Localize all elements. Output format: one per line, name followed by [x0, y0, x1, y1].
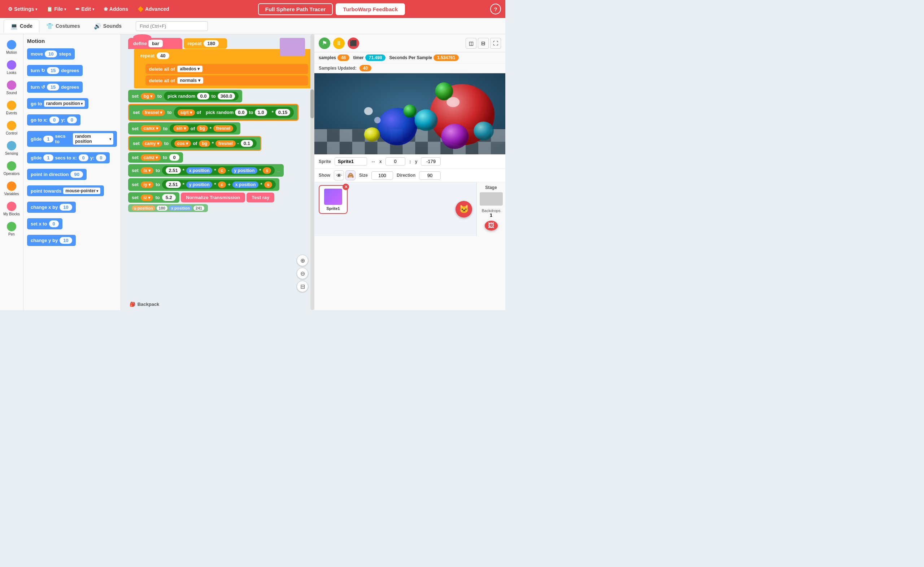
block-change-y[interactable]: change y by 10 [27, 235, 76, 246]
block-glide-xy-secs[interactable]: 1 [43, 154, 53, 161]
delete-albedos-block[interactable]: delete all of albedos ▾ [146, 64, 308, 74]
script-area[interactable]: define bar repeat 180 repeat 40 [121, 34, 314, 310]
tab-code[interactable]: 💻 Code [4, 20, 39, 33]
block-set-x[interactable]: set x to 0 [27, 218, 62, 230]
camy-dropdown[interactable]: camy ▾ [142, 140, 162, 147]
block-goto-y-value[interactable]: 0 [67, 117, 77, 123]
green-flag-button[interactable]: ⚑ [319, 38, 330, 49]
feedback-button[interactable]: TurboWarp Feedback [336, 3, 405, 15]
block-goto-dropdown[interactable]: random position [44, 100, 85, 107]
settings-button[interactable]: ⚙ Settings ▾ [5, 4, 41, 14]
set-fresnel-block[interactable]: set fresnel ▾ to sqrt ▾ of pick random 0… [128, 104, 299, 121]
sprite-delete-button[interactable]: ✕ [343, 184, 349, 190]
layout-full-button[interactable]: ⛶ [490, 38, 501, 49]
block-change-x-value[interactable]: 10 [60, 204, 72, 211]
layout-split-button[interactable]: ⊟ [478, 38, 489, 49]
block-change-x[interactable]: change x by 10 [27, 202, 76, 213]
define-hat-block[interactable]: define bar [128, 38, 182, 49]
albedos-dropdown[interactable]: albedos ▾ [177, 66, 203, 72]
set-camz-block[interactable]: set camz ▾ to 0 [128, 152, 183, 163]
zoom-out-button[interactable]: ⊖ [297, 268, 308, 279]
set-bg-block[interactable]: set bg ▾ to pick random 0.0 to 360.0 [128, 90, 242, 102]
scrollbar-thumb[interactable] [310, 90, 314, 118]
category-sensing[interactable]: Sensing [1, 139, 22, 158]
block-glide-secs-value[interactable]: 1 [43, 136, 53, 142]
category-operators[interactable]: Operators [1, 159, 22, 178]
block-point-towards-dropdown[interactable]: mouse-pointer [63, 188, 100, 194]
sprite-size-input[interactable] [371, 171, 393, 180]
block-point-dir-value[interactable]: 90 [71, 171, 83, 178]
block-goto-x-value[interactable]: 0 [50, 117, 59, 123]
project-title-button[interactable]: Full Sphere Path Tracer [258, 3, 333, 15]
block-turn-ccw-value[interactable]: 15 [47, 84, 59, 90]
block-glide-random[interactable]: glide 1 secs to random position [27, 131, 117, 147]
block-goto-xy[interactable]: go to x: 0 y: 0 [27, 114, 81, 126]
add-backdrop-button[interactable]: 🖼 [485, 221, 498, 231]
set-iy-block[interactable]: set iy ▾ to 2.51 * y position * c + x po… [128, 178, 279, 191]
zoom-fit-button[interactable]: ⊟ [297, 280, 308, 292]
sqrt-dropdown[interactable]: sqrt ▾ [177, 109, 195, 116]
help-button[interactable]: ? [490, 4, 501, 14]
find-input[interactable] [136, 21, 208, 31]
category-control[interactable]: Control [1, 118, 22, 137]
bg-dropdown[interactable]: bg ▾ [141, 93, 155, 99]
show-hidden-button[interactable]: 🙈 [346, 170, 356, 180]
normals-dropdown[interactable]: normals ▾ [177, 77, 203, 84]
repeat-180-block[interactable]: repeat 180 [184, 38, 227, 49]
repeat-40-block[interactable]: repeat 40 [137, 51, 173, 61]
block-move[interactable]: move 10 steps [27, 48, 75, 60]
zoom-in-button[interactable]: ⊕ [297, 255, 308, 266]
normalize-transmission-block[interactable]: Normalize Transmission [181, 193, 245, 202]
set-camy-block[interactable]: set camy ▾ to cos ▾ of bg * fresnel - 0.… [128, 136, 261, 151]
block-glide-xy[interactable]: glide 1 secs to x: 0 y: 0 [27, 152, 110, 164]
category-pen[interactable]: Pen [1, 220, 22, 238]
ix-dropdown[interactable]: ix ▾ [141, 167, 153, 174]
iy-dropdown[interactable]: iy ▾ [141, 182, 153, 188]
tab-sounds[interactable]: 🔊 Sounds [87, 20, 129, 33]
add-sprite-button[interactable]: 🐱 [455, 201, 472, 218]
category-motion[interactable]: Motion [1, 38, 22, 57]
layout-small-button[interactable]: ◫ [466, 38, 476, 49]
category-sound[interactable]: Sound [1, 78, 22, 97]
sin-dropdown[interactable]: sin ▾ [173, 125, 189, 132]
set-camx-block[interactable]: set camx ▾ to sin ▾ of bg * fresnel [128, 122, 240, 135]
edit-button[interactable]: ✏ Edit ▾ [72, 4, 98, 14]
block-turn-cw[interactable]: turn ↻ 15 degrees [27, 65, 83, 76]
block-goto-random[interactable]: go to random position [27, 98, 89, 109]
set-ix-block[interactable]: set ix ▾ to 2.51 * x position * c - y po… [128, 164, 284, 177]
sprite-direction-input[interactable] [419, 171, 441, 180]
tab-costumes[interactable]: 👕 Costumes [39, 20, 87, 33]
block-point-direction[interactable]: point in direction 90 [27, 169, 87, 180]
delete-normals-block[interactable]: delete all of normals ▾ [146, 75, 308, 86]
block-change-y-value[interactable]: 10 [60, 237, 72, 244]
stop-button[interactable]: ⬛ [348, 38, 359, 49]
category-myblocks[interactable]: My Blocks [1, 200, 22, 218]
block-glide-dropdown[interactable]: random position [73, 133, 113, 145]
cos-dropdown[interactable]: cos ▾ [174, 140, 191, 147]
sprite-thumb-1[interactable]: ✕ Sprite1 [319, 185, 348, 214]
camz-dropdown[interactable]: camz ▾ [141, 154, 161, 161]
block-point-towards[interactable]: point towards mouse-pointer [27, 185, 104, 196]
block-turn-ccw[interactable]: turn ↺ 15 degrees [27, 81, 83, 93]
sprite-name-input[interactable] [335, 157, 367, 165]
block-glide-x-value[interactable]: 0 [79, 154, 89, 161]
set-iz-block[interactable]: set iz ▾ to 5.2 [128, 192, 179, 203]
sprite-y-input[interactable] [421, 157, 441, 165]
stage-mini-thumb[interactable] [480, 192, 503, 206]
test-ray-block[interactable]: Test ray [246, 193, 274, 202]
file-button[interactable]: 📋 File ▾ [43, 4, 70, 14]
script-canvas[interactable]: define bar repeat 180 repeat 40 [121, 34, 314, 310]
block-move-value[interactable]: 10 [45, 51, 57, 57]
fresnel-dropdown[interactable]: fresnel ▾ [142, 109, 165, 116]
sprite-x-input[interactable] [386, 157, 405, 165]
category-variables[interactable]: Variables [1, 179, 22, 198]
block-glide-y-value[interactable]: 0 [96, 154, 106, 161]
block-turn-cw-value[interactable]: 15 [47, 67, 59, 74]
show-visible-button[interactable]: 👁 [334, 170, 344, 180]
vertical-scrollbar[interactable] [310, 34, 314, 310]
block-set-x-value[interactable]: 0 [49, 220, 59, 227]
category-looks[interactable]: Looks [1, 58, 22, 77]
camx-dropdown[interactable]: camx ▾ [141, 125, 161, 132]
pause-button[interactable]: ⏸ [333, 38, 345, 49]
addons-button[interactable]: ❀ Addons [100, 4, 132, 14]
